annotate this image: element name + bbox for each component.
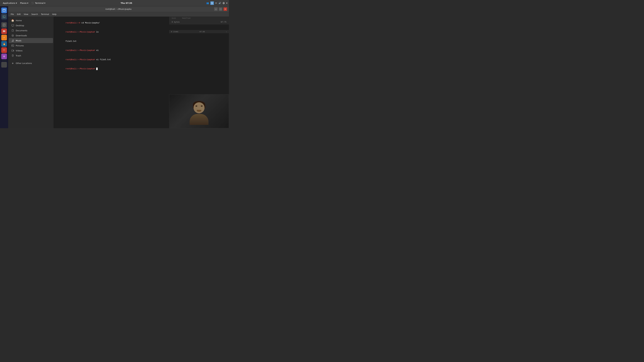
fm-other-locations-label: Other Locations (16, 62, 32, 64)
cmd-4: vi file3.txt (96, 58, 111, 61)
cmd-2: ls (96, 31, 98, 33)
dock: M ⚡ 🔥 🛡 ⚙ (0, 6, 8, 128)
cmd-3: vi (96, 49, 98, 51)
config-icon[interactable]: ⚙ (1, 53, 7, 59)
exploit-icon[interactable]: ⚡ (1, 35, 7, 40)
taskbar-left: Applications ▾ Places ▾ ⬛ Terminal ▾ (2, 1, 46, 5)
burp-icon[interactable]: 🔥 (1, 41, 7, 47)
fm-videos-label: Videos (16, 49, 22, 52)
fm-item-desktop[interactable]: Desktop (9, 23, 53, 28)
menu-edit[interactable]: Edit (16, 13, 22, 16)
taskbar-datetime: Thu 07:35 (120, 2, 132, 4)
places-label: Places (20, 2, 26, 4)
pictures-icon (11, 44, 14, 47)
prompt-4: root@kali:~/Music/papka# (66, 58, 96, 61)
fm-item-documents[interactable]: Documents (9, 28, 53, 33)
apps-grid-icon[interactable] (1, 62, 7, 67)
terminal-menu[interactable]: ⬛ Terminal ▾ (30, 1, 46, 5)
power-icon[interactable]: ⏻ (223, 2, 225, 4)
terminal-line-4: root@kali:~/Music/papka# vi file3.txt (56, 55, 227, 64)
fm-item-trash[interactable]: Trash (9, 53, 53, 58)
svg-rect-7 (12, 45, 14, 46)
fm-trash-label: Trash (16, 54, 21, 57)
terminal-dock-icon[interactable] (1, 14, 7, 19)
fm-star-icon: ☆ (226, 31, 227, 33)
taskbar: Applications ▾ Places ▾ ⬛ Terminal ▾ Thu… (0, 0, 229, 6)
dock-separator-1 (2, 21, 6, 21)
fm-item-videos[interactable]: Videos (9, 48, 53, 53)
menu-view[interactable]: View (22, 13, 30, 16)
svg-point-8 (12, 45, 12, 45)
vuln-icon[interactable]: 🛡 (1, 47, 7, 53)
svg-point-6 (13, 41, 14, 41)
home-icon: 🏠 (11, 19, 14, 22)
fm-item-downloads[interactable]: Downloads (9, 33, 53, 38)
other-locations-icon: + (11, 62, 14, 64)
fm-music-label: Music (16, 39, 22, 42)
downloads-icon (11, 34, 14, 37)
terminal-line-5: root@kali:~/Music/papka# (56, 64, 227, 73)
places-arrow: ▾ (27, 2, 28, 4)
workspace-indicator[interactable]: 1 (210, 1, 214, 5)
terminal-cursor (96, 67, 98, 70)
menu-terminal[interactable]: Terminal (40, 13, 50, 16)
files-icon[interactable] (1, 7, 7, 13)
terminal-titlebar: root@kali: ~/Music/papka ─ □ ✕ (8, 6, 229, 12)
window-controls: ─ □ ✕ (214, 7, 227, 11)
svg-point-5 (12, 41, 12, 42)
menu-help[interactable]: Help (51, 13, 58, 16)
cmd-1: cd Music/papka/ (82, 22, 100, 24)
fm-item-music[interactable]: Music (9, 38, 53, 43)
terminal-title: root@kali: ~/Music/papka (105, 8, 132, 10)
videos-icon (11, 49, 14, 52)
dropdown-arrow[interactable]: ▾ (226, 2, 227, 4)
svg-rect-1 (3, 15, 5, 18)
desktop-icon (11, 24, 14, 27)
col-size: Size (172, 17, 176, 19)
fm-status-time: 07:30 (200, 31, 205, 33)
output-1: file3.txt (66, 40, 76, 42)
applications-menu[interactable]: Applications ▾ (2, 1, 18, 5)
menu-search[interactable]: Search (30, 13, 39, 16)
fm-pictures-label: Pictures (16, 44, 24, 47)
applications-label: Applications (3, 2, 15, 4)
metasploit-icon[interactable]: M (1, 28, 7, 34)
svg-rect-9 (12, 50, 13, 51)
users-icon[interactable]: 👥 (206, 2, 209, 4)
menu-file[interactable]: File (10, 13, 15, 16)
fm-downloads-label: Downloads (16, 34, 27, 37)
fm-desktop-label: Desktop (16, 24, 24, 27)
taskbar-right: 👥 1 ✏ 🔊 ⏻ ▾ (206, 1, 227, 5)
close-button[interactable]: ✕ (224, 7, 227, 11)
minimize-button[interactable]: ─ (214, 7, 218, 11)
svg-rect-3 (12, 24, 14, 26)
fm-item-home[interactable]: 🏠 Home (9, 18, 53, 23)
fm-status-bar: 0 items 07:30 ☆ (169, 30, 229, 33)
col-modified: Modified (182, 17, 190, 19)
maximize-button[interactable]: □ (219, 7, 222, 11)
prompt-3: root@kali:~/Music/papka# (66, 49, 96, 51)
webcam-feed (169, 94, 229, 128)
terminal-line-output-1: file3.txt (56, 37, 227, 46)
fm-documents-label: Documents (16, 29, 27, 32)
terminal-arrow: ▾ (44, 2, 46, 4)
sound-icon[interactable]: 🔊 (218, 2, 221, 4)
prompt-2: root@kali:~/Music/papka# (66, 31, 96, 33)
pen-icon[interactable]: ✏ (216, 2, 217, 4)
fm-columns-header: Size Modified (169, 17, 229, 20)
fm-home-label: Home (16, 19, 22, 22)
svg-rect-0 (3, 9, 5, 11)
file-manager-sidebar: 🏠 Home Desktop (8, 17, 54, 128)
fm-item-other-locations[interactable]: + Other Locations (9, 61, 53, 66)
trash-icon (11, 54, 14, 57)
terminal-menu-label: Terminal (35, 2, 44, 4)
fm-item-count: 0 items (171, 31, 178, 33)
documents-icon (11, 29, 14, 32)
dock-separator-2 (2, 60, 6, 61)
places-menu[interactable]: Places ▾ (19, 1, 30, 5)
prompt-5: root@kali:~/Music/papka# (66, 67, 96, 70)
webcam-overlay (169, 94, 229, 128)
notes-icon[interactable] (1, 22, 7, 28)
fm-item-pictures[interactable]: Pictures (9, 43, 53, 48)
fm-file3-date: 07:75 (221, 21, 226, 23)
